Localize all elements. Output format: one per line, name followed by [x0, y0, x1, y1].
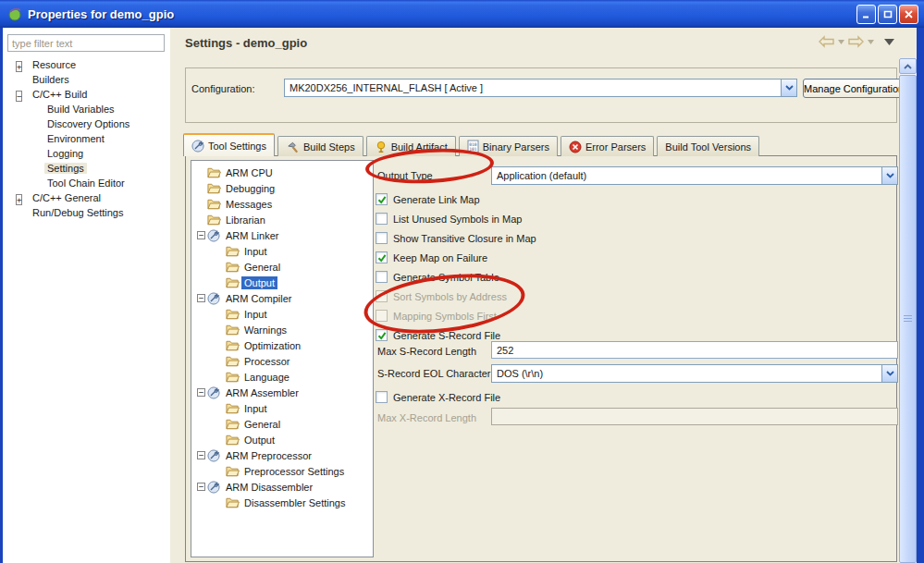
tool-tree-item-debugging[interactable]: Debugging	[191, 180, 373, 196]
sidebar-item-tool-chain-editor[interactable]: Tool Chain Editor	[5, 176, 167, 190]
close-button[interactable]	[899, 5, 918, 24]
tool-tree-item-input[interactable]: Input	[191, 400, 373, 416]
tool-tree-item-librarian[interactable]: Librarian	[191, 212, 373, 227]
checkbox-keep-map-on-failure[interactable]: Keep Map on Failure	[376, 248, 893, 267]
expander-slot: −	[195, 451, 207, 459]
tab-binary-parsers[interactable]: 010101 Binary Parsers	[459, 136, 558, 156]
checkbox[interactable]	[376, 271, 388, 283]
tool-tree-item-disassembler-settings[interactable]: Disassembler Settings	[191, 495, 373, 510]
collapse-icon[interactable]: −	[16, 91, 22, 102]
tool-tree-item-general[interactable]: General	[191, 416, 373, 432]
tool-tree-item-output[interactable]: Output	[191, 432, 373, 447]
minimize-button[interactable]	[856, 5, 876, 24]
sidebar-item-build-variables[interactable]: Build Variables	[5, 102, 167, 116]
srecord-eol-value: DOS (\r\n)	[492, 368, 881, 379]
forward-menu-icon[interactable]	[868, 40, 874, 44]
scroll-up-button[interactable]	[899, 58, 917, 74]
collapse-icon[interactable]: −	[197, 231, 205, 239]
folder-icon	[207, 182, 221, 194]
configuration-value: MK20DX256_INTERNAL_FLASH [ Active ]	[285, 82, 781, 93]
sidebar-item-logging[interactable]: Logging	[5, 146, 167, 161]
max-xrecord-length-field[interactable]	[491, 408, 898, 425]
scrollbar-thumb[interactable]	[899, 75, 917, 563]
scrollbar-grip	[904, 315, 912, 323]
checkbox-mapping-symbols-first[interactable]: Mapping Symbols First	[376, 306, 893, 325]
tool-tree-item-output[interactable]: Output	[191, 275, 373, 290]
sidebar-item-builders[interactable]: Builders	[5, 72, 167, 87]
expander-slot: +	[16, 193, 26, 203]
maximize-button[interactable]	[878, 5, 897, 24]
expand-icon[interactable]: +	[16, 194, 22, 205]
checkbox[interactable]	[376, 329, 388, 341]
expander-slot: −	[195, 483, 207, 491]
tool-tree-item-arm-disassembler[interactable]: − ARM Disassembler	[191, 479, 373, 495]
view-menu-icon[interactable]	[884, 39, 894, 45]
collapse-icon[interactable]: −	[197, 451, 205, 459]
tree-item-icon	[207, 214, 223, 226]
vertical-scrollbar[interactable]	[899, 58, 917, 563]
tool-tree-item-messages[interactable]: Messages	[191, 196, 373, 212]
tree-item-label: ARM CPU	[223, 166, 276, 179]
tool-tree-item-optimization[interactable]: Optimization	[191, 337, 373, 353]
tab-build-tool-versions[interactable]: Build Tool Versions	[657, 136, 759, 156]
tool-tree-item-arm-compiler[interactable]: − ARM Compiler	[191, 290, 373, 306]
chevron-down-icon[interactable]	[881, 365, 897, 382]
tab-tool-settings[interactable]: Tool Settings	[183, 133, 275, 156]
sidebar-item-resource[interactable]: + Resource	[5, 57, 167, 72]
tool-tree-item-warnings[interactable]: Warnings	[191, 322, 373, 337]
checkbox[interactable]	[376, 290, 388, 302]
properties-tree: + Resource Builders − C/C++ Build Build …	[5, 57, 167, 220]
collapse-icon[interactable]: −	[197, 483, 205, 491]
checkbox[interactable]	[376, 232, 388, 244]
configuration-select[interactable]: MK20DX256_INTERNAL_FLASH [ Active ]	[284, 79, 797, 97]
expander-slot	[31, 178, 41, 189]
sidebar-item-c-c-general[interactable]: + C/C++ General	[5, 190, 167, 205]
tool-tree-item-input[interactable]: Input	[191, 243, 373, 259]
tool-tree-item-input[interactable]: Input	[191, 306, 373, 322]
tool-tree-item-arm-assembler[interactable]: − ARM Assembler	[191, 385, 373, 400]
checkbox-generate-symbol-table[interactable]: Generate Symbol Table	[376, 267, 893, 287]
tab-error-parsers[interactable]: Error Parsers	[561, 136, 654, 156]
tool-tree-item-arm-preprocessor[interactable]: − ARM Preprocessor	[191, 447, 373, 463]
output-type-select[interactable]: Application (default)	[491, 166, 898, 185]
checkbox[interactable]	[376, 310, 388, 322]
checkbox-list-unused-symbols-in-map[interactable]: List Unused Symbols in Map	[376, 209, 893, 228]
chevron-down-icon[interactable]	[881, 167, 897, 184]
tool-tree-item-arm-cpu[interactable]: ARM CPU	[191, 165, 373, 180]
tab-build-artifact[interactable]: Build Artifact	[366, 136, 456, 156]
sidebar-item-environment[interactable]: Environment	[5, 131, 167, 146]
manage-configurations-button[interactable]: Manage Configurations..	[803, 79, 913, 98]
forward-icon[interactable]	[847, 35, 865, 48]
checkbox[interactable]	[376, 391, 388, 403]
checkbox-sort-symbols-by-address[interactable]: Sort Symbols by Address	[376, 287, 893, 306]
expand-icon[interactable]: +	[16, 61, 22, 72]
sidebar-item-c-c-build[interactable]: − C/C++ Build	[5, 87, 167, 102]
back-icon[interactable]	[818, 35, 835, 48]
sidebar-item-settings[interactable]: Settings	[5, 161, 167, 176]
checkbox[interactable]	[376, 193, 388, 205]
tree-item-icon	[226, 402, 241, 414]
checkbox[interactable]	[376, 213, 388, 225]
max-srecord-length-field[interactable]	[491, 341, 898, 359]
tree-item-icon	[226, 496, 241, 508]
collapse-icon[interactable]: −	[197, 388, 205, 397]
srecord-eol-select[interactable]: DOS (\r\n)	[491, 364, 898, 383]
collapse-icon[interactable]: −	[197, 294, 205, 302]
checkbox-generate-link-map[interactable]: Generate Link Map	[376, 190, 893, 209]
checkbox[interactable]	[376, 251, 388, 263]
checkbox-label: Generate S-Record File	[393, 330, 500, 341]
filter-input[interactable]	[7, 34, 165, 52]
tree-item-icon	[226, 308, 241, 320]
checkbox-generate-x-record-file[interactable]: Generate X-Record File	[376, 387, 653, 407]
chevron-down-icon[interactable]	[781, 80, 796, 96]
tool-tree-item-general[interactable]: General	[191, 259, 373, 275]
sidebar-item-run-debug-settings[interactable]: Run/Debug Settings	[5, 205, 167, 220]
tool-tree-item-preprocessor-settings[interactable]: Preprocessor Settings	[191, 463, 373, 479]
tool-tree-item-language[interactable]: Language	[191, 369, 373, 385]
back-menu-icon[interactable]	[838, 40, 844, 44]
tab-build-steps[interactable]: Build Steps	[277, 136, 363, 156]
sidebar-item-discovery-options[interactable]: Discovery Options	[5, 116, 167, 131]
checkbox-show-transitive-closure-in-map[interactable]: Show Transitive Closure in Map	[376, 228, 893, 248]
tool-tree-item-processor[interactable]: Processor	[191, 353, 373, 369]
tool-tree-item-arm-linker[interactable]: − ARM Linker	[191, 227, 373, 243]
